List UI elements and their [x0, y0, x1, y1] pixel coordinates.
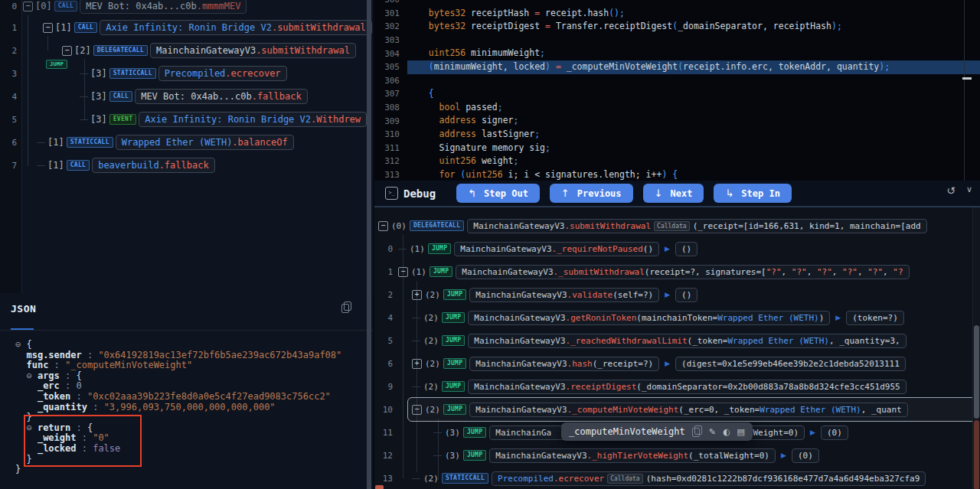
chevron-down-icon[interactable]: ∨ — [966, 184, 972, 197]
collapse-icon[interactable]: ⊖ — [26, 370, 37, 381]
call-expression[interactable]: MainchainGatewayV3._requireNotPaused() — [454, 242, 659, 256]
call-expression[interactable]: MainchainGatewayV3._submitWithdrawal(rec… — [456, 265, 909, 279]
trace-row[interactable]: [3]EVENTAxie Infinity: Ronin Bridge V2.W… — [80, 111, 367, 128]
code-scrollbar-thumb[interactable] — [962, 77, 972, 80]
call-expression[interactable]: MainchainGatewayV3._reachedWithdrawalLim… — [468, 334, 906, 348]
code-text: bool passed; — [407, 101, 980, 115]
call-target[interactable]: Axie Infinity: Ronin Bridge V2.submitWit… — [100, 20, 372, 35]
text-segment: (_receipt=?) — [593, 359, 653, 369]
step-out-button[interactable]: ↰Step Out — [456, 184, 540, 203]
debug-scrollbar-track[interactable] — [972, 207, 980, 489]
text-segment — [15, 402, 38, 412]
tab-json[interactable]: JSON — [11, 303, 36, 315]
text-segment: ._highTierVoteWeight — [587, 451, 688, 461]
text-segment: signer — [476, 115, 513, 126]
tree-connector — [37, 165, 45, 166]
text-segment: MainchainGatewayV3 — [475, 290, 567, 300]
row-index: 6 — [3, 138, 17, 148]
jump-badge: JUMP — [46, 54, 67, 69]
tree-guide — [28, 15, 28, 166]
call-target[interactable]: Wrapped Ether (WETH).balanceOf — [116, 135, 294, 150]
previous-button[interactable]: ↑Previous — [550, 184, 633, 203]
debug-trace-row[interactable]: +(2)JUMPMainchainGatewayV3.validate(self… — [412, 285, 697, 304]
debug-trace-row[interactable]: (3)JUMPMainchainGatewayV3._highTierVoteW… — [433, 446, 819, 465]
collapse-toggle[interactable]: − — [43, 23, 53, 33]
text-segment — [15, 454, 26, 465]
text-segment: ; — [513, 115, 518, 126]
debug-trace-row[interactable]: −(1)JUMPMainchainGatewayV3._submitWithdr… — [398, 262, 910, 281]
debug-trace-row[interactable]: −(2)JUMPMainchainGatewayV3._computeMinVo… — [412, 400, 908, 419]
call-target[interactable]: MEV Bot: 0x4ab...c0b.mmmmMEV — [80, 0, 247, 14]
edit-icon[interactable]: ✎ — [709, 427, 716, 437]
trace-row[interactable]: −[2]DELEGATECALLMainchainGatewayV3.submi… — [62, 42, 356, 59]
call-target[interactable]: MainchainGatewayV3.submitWithdrawal — [150, 43, 356, 58]
trace-row[interactable]: [3]CALLMEV Bot: 0x4ab...c0b.fallback — [80, 88, 308, 105]
call-target[interactable]: Precompiled.ecrecover — [158, 66, 287, 81]
collapse-toggle[interactable]: − — [412, 405, 422, 415]
call-depth-index: [3] — [90, 114, 107, 125]
text-segment: MEV Bot: 0x4ab...c0b — [86, 1, 197, 11]
jump-badge: JUMP — [442, 381, 465, 392]
return-value: (token=?) — [846, 311, 904, 325]
call-target[interactable]: Axie Infinity: Ronin Bridge V2.Withdrew — [139, 112, 367, 127]
source-code-panel: 300301 bytes32 receiptHash = receipt.has… — [374, 0, 980, 181]
call-expression[interactable]: MainchainGatewayV3._highTierVoteWeight(_… — [489, 448, 776, 463]
copy-json-icon[interactable] — [341, 302, 351, 313]
debug-trace-row[interactable]: −(0)DELEGATECALLMainchainGatewayV3.submi… — [378, 217, 927, 235]
debug-trace-row[interactable]: (2)JUMPMainchainGatewayV3._reachedWithdr… — [412, 331, 906, 350]
expand-toggle[interactable]: + — [412, 290, 422, 300]
collapse-icon[interactable]: ⊖ — [15, 339, 26, 350]
debug-trace-row[interactable]: (2)STATICCALLPrecompiled.ecrecoverCallda… — [412, 469, 926, 487]
text-segment: Transfer.receiptDigest — [550, 21, 672, 31]
call-expression[interactable]: MainchainGatewayV3._computeMinVoteWeight… — [469, 403, 907, 417]
text-segment: .submitWithdrawal — [272, 22, 366, 33]
text-segment: MainchainGatewayV3 — [475, 405, 567, 415]
expand-toggle[interactable]: + — [412, 359, 422, 369]
collapse-toggle[interactable]: − — [378, 221, 388, 231]
collapse-toggle[interactable]: − — [23, 2, 33, 11]
return-value: (0) — [821, 425, 848, 440]
line-number: 300 — [374, 0, 407, 5]
call-expression[interactable]: MainchainGatewayV3.getRoninToken(maincha… — [468, 311, 830, 325]
text-segment: for — [439, 169, 456, 180]
theme-icon[interactable]: ◐ — [723, 427, 730, 437]
trace-row[interactable]: [1]CALLbeaverbuild.fallback — [37, 157, 215, 174]
text-segment: ._reachedWithdrawalLimit — [566, 336, 688, 346]
call-target[interactable]: MEV Bot: 0x4ab...c0b.fallback — [135, 89, 308, 104]
horizontal-scrollbar-thumb[interactable] — [375, 485, 384, 489]
text-segment: } — [26, 412, 31, 422]
step-in-button[interactable]: ↳Step In — [714, 184, 791, 203]
call-expression[interactable]: MainchainGatewayV3.validate(self=?) — [469, 288, 659, 302]
code-scrollbar-track[interactable] — [964, 0, 965, 181]
text-segment: (receipt=?, signatures=[ — [645, 267, 766, 277]
text-segment: return — [38, 422, 70, 433]
arrow-up-icon: ↑ — [561, 187, 570, 199]
text-segment: Axie Infinity: Ronin Bridge V2 — [106, 22, 272, 33]
next-button[interactable]: ↓Next — [643, 184, 704, 203]
export-icon[interactable]: ▤ — [737, 427, 745, 437]
debug-scrollbar-thumb[interactable] — [974, 325, 979, 419]
text-segment: : — [60, 370, 77, 381]
row-index: 1 — [3, 23, 17, 33]
copy-icon[interactable] — [692, 426, 702, 437]
step-in-icon: ↳ — [725, 187, 733, 199]
debug-trace-row[interactable]: +(2)JUMPMainchainGatewayV3.hash(_receipt… — [412, 354, 906, 373]
call-target[interactable]: beaverbuild.fallback — [92, 158, 215, 173]
reset-icon[interactable]: ↺ — [946, 184, 956, 197]
trace-row[interactable]: −[0]CALLMEV Bot: 0x4ab...c0b.mmmmMEV — [23, 0, 247, 15]
call-expression[interactable]: MainchainGatewayV3.submitWithdrawalCalld… — [467, 219, 926, 233]
trace-row[interactable]: [3]STATICCALLPrecompiled.ecrecover — [80, 65, 287, 82]
collapse-toggle[interactable]: − — [398, 267, 408, 277]
call-expression[interactable]: Precompiled.ecrecoverCalldata(hash=0xd02… — [492, 471, 926, 486]
panel-splitter[interactable] — [367, 0, 371, 489]
collapse-icon[interactable]: ⊖ — [26, 422, 37, 433]
trace-row[interactable]: [1]STATICCALLWrapped Ether (WETH).balanc… — [37, 134, 294, 151]
call-expression[interactable]: MainchainGatewayV3.receiptDigest(_domain… — [468, 380, 906, 394]
debug-trace-row[interactable]: (2)JUMPMainchainGatewayV3.receiptDigest(… — [412, 377, 906, 396]
debug-trace-row[interactable]: (1)JUMPMainchainGatewayV3._requireNotPau… — [398, 240, 697, 258]
row-index: 6 — [376, 359, 393, 369]
text-segment — [15, 370, 26, 381]
debug-trace-row[interactable]: (2)JUMPMainchainGatewayV3.getRoninToken(… — [412, 308, 904, 327]
trace-row[interactable]: −[1]CALLAxie Infinity: Ronin Bridge V2.s… — [43, 19, 372, 36]
call-expression[interactable]: MainchainGatewayV3.hash(_receipt=?) — [469, 357, 659, 371]
